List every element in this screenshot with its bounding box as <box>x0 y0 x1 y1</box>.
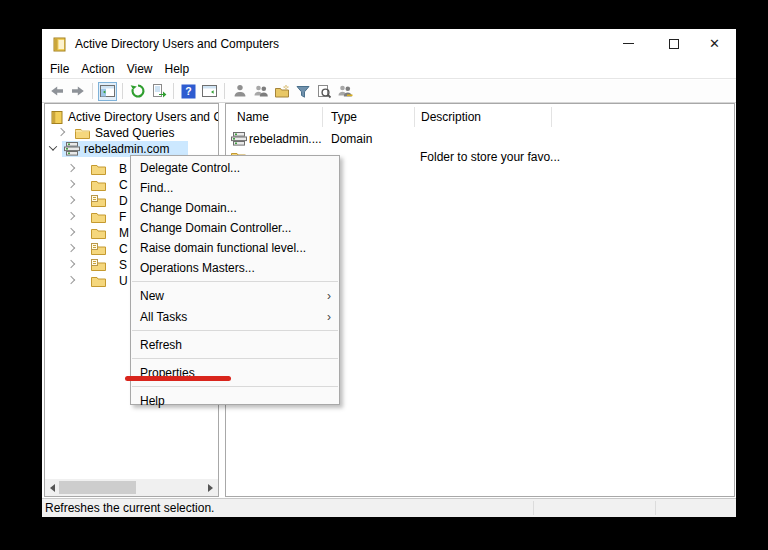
ou-folder-icon <box>91 195 106 207</box>
mmc-console-icon <box>52 37 67 52</box>
column-header-type[interactable]: Type <box>331 107 357 127</box>
chevron-right-icon[interactable] <box>67 244 75 252</box>
window-title: Active Directory Users and Computers <box>75 37 279 51</box>
menu-help[interactable]: Help <box>161 62 194 76</box>
column-divider[interactable] <box>322 107 323 127</box>
forward-icon[interactable] <box>68 82 87 101</box>
menu-item-label: Raise domain functional level... <box>140 241 306 255</box>
menu-item-delegate-control[interactable]: Delegate Control... <box>131 158 339 178</box>
tree-item-label: C <box>119 242 128 256</box>
context-menu: Delegate Control... Find... Change Domai… <box>130 155 340 405</box>
export-list-icon[interactable] <box>149 82 168 101</box>
menu-bar: File Action View Help <box>42 59 736 79</box>
tree-item-child[interactable]: U <box>68 273 128 289</box>
tree-item-label: rebeladmin.com <box>84 142 169 156</box>
cell-type: Domain <box>331 132 372 146</box>
chevron-down-icon[interactable] <box>49 142 57 150</box>
menu-item-change-domain[interactable]: Change Domain... <box>131 198 339 218</box>
filter-icon[interactable] <box>293 82 312 101</box>
tree-item-child[interactable]: S <box>68 257 127 273</box>
menu-item-new[interactable]: New› <box>131 285 339 306</box>
menu-item-label: All Tasks <box>140 310 187 324</box>
toolbar-separator <box>92 83 93 99</box>
tree-horizontal-scrollbar[interactable] <box>45 479 218 496</box>
tree-item-child[interactable]: F <box>68 209 126 225</box>
toolbar-separator <box>224 83 225 99</box>
scroll-left-icon[interactable] <box>45 479 60 496</box>
scrollbar-thumb[interactable] <box>59 481 136 494</box>
column-header-name[interactable]: Name <box>237 107 269 127</box>
minimize-button[interactable] <box>620 35 637 52</box>
tree-item-child[interactable]: M <box>68 225 129 241</box>
red-underline-annotation <box>125 376 231 381</box>
cell-name: rebeladmin.... <box>249 132 322 146</box>
menu-item-label: Help <box>140 394 165 408</box>
chevron-right-icon[interactable] <box>67 164 75 172</box>
cell-description: Folder to store your favo... <box>420 150 560 164</box>
menu-item-label: Delegate Control... <box>140 161 240 175</box>
column-divider[interactable] <box>414 107 415 127</box>
tree-item-child[interactable]: C <box>68 177 128 193</box>
titlebar: Active Directory Users and Computers ✕ <box>42 29 736 59</box>
menu-item-raise-functional-level[interactable]: Raise domain functional level... <box>131 238 339 258</box>
folder-icon <box>91 163 106 175</box>
tree-item-label: F <box>119 210 126 224</box>
svg-text:?: ? <box>185 85 191 97</box>
domain-icon <box>231 132 247 146</box>
tree-item-child[interactable]: C <box>68 241 128 257</box>
find-icon[interactable] <box>314 82 333 101</box>
back-icon[interactable] <box>47 82 66 101</box>
column-header-description[interactable]: Description <box>421 107 481 127</box>
menu-item-change-domain-controller[interactable]: Change Domain Controller... <box>131 218 339 238</box>
delegate-icon[interactable] <box>335 82 354 101</box>
chevron-right-icon[interactable] <box>67 228 75 236</box>
ou-folder-icon <box>91 259 106 271</box>
tree-item-saved-queries[interactable]: Saved Queries <box>58 125 174 141</box>
refresh-icon[interactable] <box>128 82 147 101</box>
tree-item-label: S <box>119 258 127 272</box>
chevron-right-icon[interactable] <box>67 260 75 268</box>
menu-item-operations-masters[interactable]: Operations Masters... <box>131 258 339 278</box>
menu-item-all-tasks[interactable]: All Tasks› <box>131 306 339 327</box>
show-console-tree-icon[interactable] <box>98 82 117 101</box>
list-row-domain[interactable]: rebeladmin.... Domain <box>231 131 322 147</box>
chevron-right-icon[interactable] <box>67 276 75 284</box>
tree-item-label: D <box>119 194 128 208</box>
folder-icon <box>91 227 106 239</box>
new-group-icon[interactable] <box>251 82 270 101</box>
menu-separator <box>132 358 338 359</box>
menu-item-help[interactable]: Help <box>131 390 339 411</box>
menu-file[interactable]: File <box>46 62 73 76</box>
menu-item-label: Change Domain... <box>140 201 237 215</box>
menu-action[interactable]: Action <box>77 62 118 76</box>
minimize-icon <box>623 43 634 44</box>
menu-item-find[interactable]: Find... <box>131 178 339 198</box>
close-button[interactable]: ✕ <box>706 35 723 52</box>
help-icon[interactable]: ? <box>179 82 198 101</box>
folder-icon <box>91 211 106 223</box>
new-container-icon[interactable] <box>272 82 291 101</box>
folder-icon <box>75 127 90 139</box>
scroll-right-icon[interactable] <box>203 479 218 496</box>
status-separator <box>533 501 534 515</box>
menu-item-label: Operations Masters... <box>140 261 255 275</box>
chevron-right-icon[interactable] <box>67 212 75 220</box>
show-action-pane-icon[interactable] <box>200 82 219 101</box>
toolbar-separator <box>173 83 174 99</box>
tree-item-child[interactable]: D <box>68 193 128 209</box>
maximize-button[interactable] <box>665 35 682 52</box>
chevron-right-icon[interactable] <box>57 128 65 136</box>
tree-item-root[interactable]: Active Directory Users and Com <box>51 109 219 125</box>
tree-item-label: C <box>119 178 128 192</box>
column-divider[interactable] <box>551 107 552 127</box>
chevron-right-icon[interactable] <box>67 196 75 204</box>
mmc-console-icon <box>51 111 64 124</box>
domain-icon <box>64 142 80 156</box>
chevron-right-icon[interactable] <box>67 180 75 188</box>
new-user-icon[interactable] <box>230 82 249 101</box>
toolbar: ? <box>42 80 736 103</box>
tree-item-child[interactable]: B <box>68 161 127 177</box>
menu-view[interactable]: View <box>123 62 157 76</box>
toolbar-separator <box>122 83 123 99</box>
menu-item-refresh[interactable]: Refresh <box>131 334 339 355</box>
